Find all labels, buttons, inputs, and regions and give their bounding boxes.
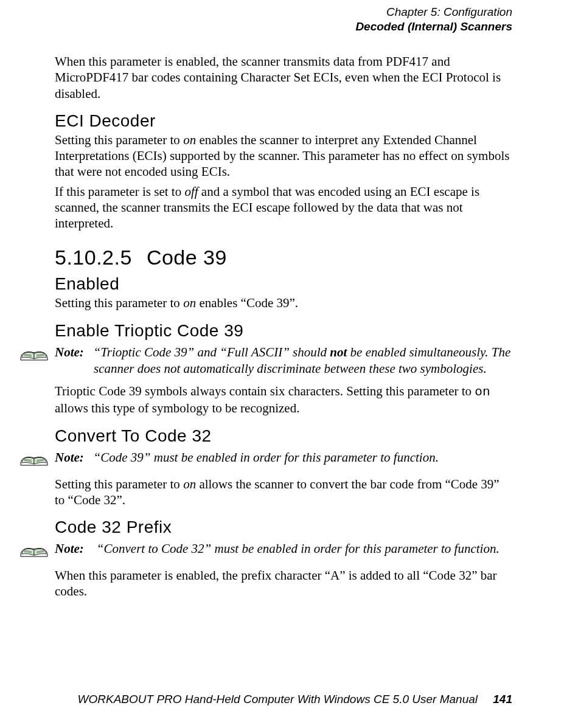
note-convert32: Note: “Code 39” must be enabled in order… — [55, 449, 512, 470]
book-icon — [19, 541, 49, 559]
text: If this parameter is set to — [55, 184, 184, 199]
book-icon — [19, 344, 49, 362]
note-icon-wrap — [19, 449, 55, 470]
note-text: Note: “Convert to Code 32” must be enabl… — [55, 541, 512, 557]
note-body-not: not — [330, 345, 347, 359]
note-body-a: “Trioptic Code 39” and “Full ASCII” shou… — [94, 345, 330, 359]
section-number: 5.10.2.5 — [55, 246, 132, 269]
footer-title: WORKABOUT PRO Hand-Held Computer With Wi… — [78, 693, 478, 705]
heading-prefix: Code 32 Prefix — [55, 518, 512, 537]
header-section: Decoded (Internal) Scanners — [355, 19, 512, 34]
note-prefix: Note: “Convert to Code 32” must be enabl… — [55, 541, 512, 561]
heading-enabled: Enabled — [55, 274, 512, 294]
note-label: Note: — [55, 541, 84, 556]
page: Chapter 5: Configuration Decoded (Intern… — [0, 0, 564, 728]
note-label: Note: — [55, 450, 84, 465]
prefix-p: When this parameter is enabled, the pref… — [55, 567, 512, 600]
heading-code39: 5.10.2.5Code 39 — [55, 246, 512, 269]
heading-trioptic: Enable Trioptic Code 39 — [55, 321, 512, 341]
intro-paragraph: When this parameter is enabled, the scan… — [55, 54, 512, 102]
page-footer: WORKABOUT PRO Hand-Held Computer With Wi… — [78, 693, 512, 706]
enabled-p: Setting this parameter to on enables “Co… — [55, 295, 512, 311]
text-italic-off: off — [184, 184, 198, 199]
text: Setting this parameter to — [55, 296, 183, 310]
eci-p1: Setting this parameter to on enables the… — [55, 132, 512, 180]
text: allows this type of symbology to be reco… — [55, 401, 299, 415]
note-body: “Code 39” must be enabled in order for t… — [94, 450, 439, 465]
text-mono-on: on — [475, 385, 490, 399]
note-line: Note: “Trioptic Code 39” and “Full ASCII… — [55, 344, 512, 378]
text-italic-on: on — [183, 296, 196, 310]
note-icon-wrap — [19, 344, 55, 365]
page-header: Chapter 5: Configuration Decoded (Intern… — [355, 5, 512, 34]
note-icon-wrap — [19, 541, 55, 561]
text: enables “Code 39”. — [196, 296, 298, 310]
note-line: Note: “Code 39” must be enabled in order… — [55, 449, 512, 466]
header-chapter: Chapter 5: Configuration — [355, 5, 512, 19]
section-title: Code 39 — [147, 246, 227, 269]
heading-convert32: Convert To Code 32 — [55, 426, 512, 446]
convert32-p: Setting this parameter to on allows the … — [55, 476, 512, 508]
text: Trioptic Code 39 symbols always contain … — [55, 384, 475, 398]
trioptic-p: Trioptic Code 39 symbols always contain … — [55, 383, 512, 417]
note-body: “Convert to Code 32” must be enabled in … — [94, 541, 500, 556]
note-trioptic: Note: “Trioptic Code 39” and “Full ASCII… — [55, 344, 512, 378]
text-italic-on: on — [183, 133, 196, 147]
book-icon — [19, 449, 49, 468]
heading-eci-decoder: ECI Decoder — [55, 111, 512, 131]
text: Setting this parameter to — [55, 133, 183, 147]
content: When this parameter is enabled, the scan… — [55, 54, 512, 603]
note-text: Note: “Code 39” must be enabled in order… — [55, 449, 512, 466]
page-number: 141 — [493, 693, 512, 705]
text-italic-on: on — [183, 477, 196, 491]
eci-p2: If this parameter is set to off and a sy… — [55, 184, 512, 232]
text: Setting this parameter to — [55, 477, 183, 491]
note-label: Note: — [55, 345, 84, 359]
note-text: Note: “Trioptic Code 39” and “Full ASCII… — [55, 344, 512, 378]
note-line: Note: “Convert to Code 32” must be enabl… — [55, 541, 512, 557]
